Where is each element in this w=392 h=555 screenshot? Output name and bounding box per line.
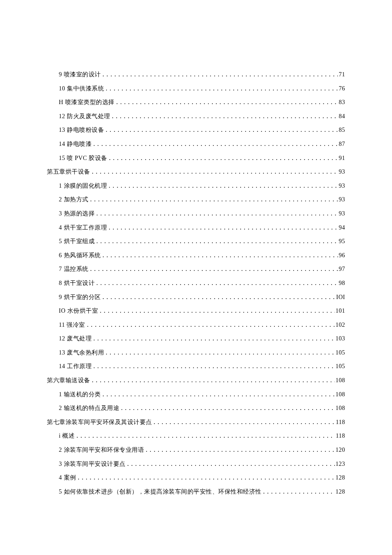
toc-page-number: 83 — [339, 98, 345, 107]
toc-page-number: 84 — [339, 112, 345, 121]
toc-page-number: IOI — [336, 293, 345, 302]
toc-entry: 4 烘干室工作原理...............................… — [47, 224, 345, 232]
toc-page-number: 102 — [336, 321, 346, 329]
toc-entry: 2 涂装车间平安和环保专业用语 ........................… — [47, 446, 345, 454]
toc-label: H 喷漆室类型的选择 — [59, 98, 115, 107]
toc-label: 3 涂装车间平安设计要点 — [59, 460, 126, 468]
toc-entry: i 概述....................................… — [47, 432, 345, 440]
toc-page-number: 108 — [336, 390, 346, 399]
toc-page-number: 105 — [336, 349, 346, 357]
toc-label: 15 喷 PVC 胶设备 — [59, 154, 107, 163]
toc-entry: 8 烘干室设计.................................… — [47, 279, 345, 288]
toc-entry: 6 热风循环系统................................… — [47, 251, 345, 260]
toc-entry: 11 强冷室..................................… — [47, 321, 345, 329]
toc-leader-dots: ........................................… — [153, 418, 335, 426]
toc-entry: 第七章涂装车间平安环保及其设计要点 ......................… — [47, 418, 345, 427]
toc-label: 第六章输送设备 — [47, 376, 90, 385]
toc-entry: 9 喷漆室的设计................................… — [47, 70, 345, 79]
toc-label: i 概述 — [59, 432, 75, 440]
toc-page-number: 128 — [336, 474, 346, 482]
toc-entry: 12 防火及废气处理..............................… — [47, 112, 345, 121]
toc-label: 7 温控系统 — [59, 265, 89, 273]
toc-leader-dots: ........................................… — [75, 432, 335, 440]
toc-leader-dots: ........................................… — [108, 182, 338, 190]
toc-label: 5 烘干室组成 — [59, 237, 95, 246]
toc-leader-dots: ........................................… — [102, 252, 338, 259]
toc-leader-dots: ........................................… — [108, 224, 338, 232]
toc-page-number: 76 — [339, 84, 345, 93]
toc-leader-dots: ........................................… — [102, 71, 338, 78]
toc-leader-dots: ........................................… — [108, 154, 338, 162]
toc-page-number: 128 — [336, 488, 346, 496]
toc-entry: 1 涂膜的固化机理...............................… — [47, 182, 345, 190]
toc-entry: 14 工作原理 ................................… — [47, 362, 345, 371]
toc-leader-dots: ........................................… — [105, 126, 338, 134]
toc-label: 第五章烘干设备 — [47, 168, 90, 176]
toc-leader-dots: ........................................… — [91, 377, 335, 384]
toc-page-number: 71 — [339, 70, 345, 79]
toc-label: 11 强冷室 — [59, 321, 85, 329]
toc-page-number: 98 — [339, 279, 345, 288]
toc-page-number: 93 — [339, 195, 345, 204]
toc-leader-dots: ........................................… — [92, 335, 335, 343]
toc-entry: IO 水份烘干室................................… — [47, 307, 345, 315]
toc-label: 2 加热方式 — [59, 195, 89, 204]
toc-label: 14 静电喷漆 — [59, 140, 92, 148]
toc-entry: 13 静电喷粉设备...............................… — [47, 126, 345, 134]
table-of-contents: 9 喷漆室的设计................................… — [47, 70, 345, 496]
toc-label: 6 热风循环系统 — [59, 251, 101, 260]
toc-leader-dots: ........................................… — [145, 446, 335, 454]
toc-page-number: 118 — [336, 432, 345, 440]
toc-leader-dots: ........................................… — [105, 85, 338, 93]
toc-label: 12 废气处理 — [59, 334, 92, 343]
toc-entry: 4 案例....................................… — [47, 474, 345, 482]
toc-leader-dots: ........................................… — [120, 404, 335, 412]
toc-label: 9 烘干室的分区 — [59, 293, 101, 302]
toc-leader-dots: ........................................… — [111, 113, 338, 120]
toc-page-number: 105 — [336, 362, 346, 371]
toc-label: 10 集中供漆系统 — [59, 84, 104, 93]
toc-entry: 1 输送机的分类................................… — [47, 390, 345, 399]
toc-leader-dots: ........................................… — [89, 265, 338, 273]
toc-label: 4 案例 — [59, 474, 76, 482]
toc-entry: 9 烘干室的分区 ...............................… — [47, 293, 345, 302]
toc-page-number: 118 — [336, 418, 345, 427]
toc-page-number: 123 — [336, 460, 346, 468]
toc-leader-dots: ........................................… — [92, 140, 338, 148]
toc-entry: 10 集中供漆系统...............................… — [47, 84, 345, 93]
toc-label: 13 静电喷粉设备 — [59, 126, 104, 134]
toc-entry: 5 烘干室组成.................................… — [47, 237, 345, 246]
toc-leader-dots: ........................................… — [102, 391, 335, 398]
toc-entry: 3 热源的选择.................................… — [47, 209, 345, 218]
toc-page-number: 108 — [336, 376, 346, 385]
toc-label: 14 工作原理 — [59, 362, 92, 371]
toc-page-number: 94 — [339, 224, 345, 232]
toc-page-number: 87 — [339, 140, 345, 148]
toc-label: 13 废气余热利用 — [59, 349, 104, 357]
toc-label: 5 如何依靠技术进步（创新），来提高涂装车间的平安性、环保性和经济性 — [59, 488, 262, 496]
toc-label: 第七章涂装车间平安环保及其设计要点 — [47, 418, 152, 427]
toc-entry: 12 废气处理.................................… — [47, 334, 345, 343]
toc-entry: 3 涂装车间平安设计要点 ...........................… — [47, 460, 345, 468]
toc-leader-dots: ........................................… — [77, 474, 335, 482]
toc-label: 8 烘干室设计 — [59, 279, 95, 288]
toc-label: 4 烘干室工作原理 — [59, 224, 107, 232]
toc-page-number: 120 — [336, 446, 346, 454]
toc-entry: 第六章输送设备 ................................… — [47, 376, 345, 385]
toc-entry: 5 如何依靠技术进步（创新），来提高涂装车间的平安性、环保性和经济性......… — [47, 488, 345, 496]
toc-leader-dots: ........................................… — [262, 488, 335, 496]
toc-entry: 13 废气余热利用 ..............................… — [47, 349, 345, 357]
toc-leader-dots: ........................................… — [105, 349, 335, 357]
toc-page-number: 91 — [339, 154, 345, 163]
toc-page-number: 93 — [339, 168, 345, 176]
toc-page-number: 85 — [339, 126, 345, 134]
toc-leader-dots: ........................................… — [95, 279, 338, 287]
toc-page-number: 93 — [339, 209, 345, 218]
toc-page-number: 103 — [336, 334, 346, 343]
toc-leader-dots: ........................................… — [89, 196, 338, 203]
toc-entry: 15 喷 PVC 胶设备 ...........................… — [47, 154, 345, 163]
toc-label: 2 输送机的特点及用途 — [59, 404, 119, 413]
toc-label: 2 涂装车间平安和环保专业用语 — [59, 446, 144, 454]
toc-leader-dots: ........................................… — [102, 293, 336, 301]
toc-leader-dots: ........................................… — [115, 99, 338, 106]
